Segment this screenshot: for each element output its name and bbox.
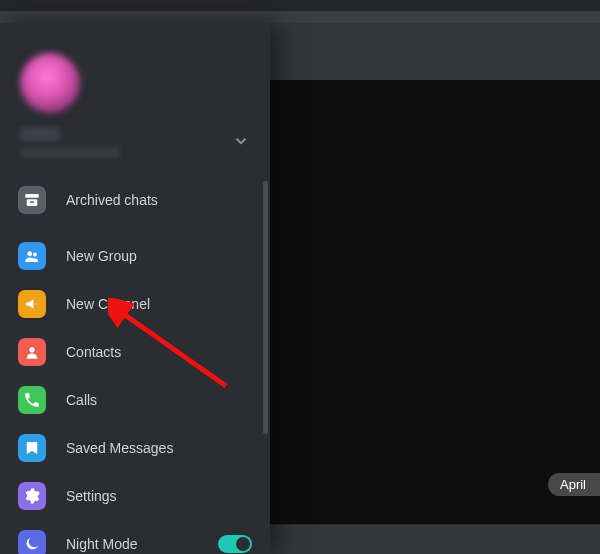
night-mode-toggle[interactable]	[218, 535, 252, 553]
svg-rect-2	[30, 201, 35, 203]
contact-icon	[18, 338, 46, 366]
menu-item-calls[interactable]: Calls	[0, 376, 270, 424]
svg-rect-0	[25, 194, 39, 198]
drawer-menu-list: Archived chats New Group New Channel	[0, 170, 270, 554]
menu-item-label: Archived chats	[66, 192, 158, 208]
menu-item-new-group[interactable]: New Group	[0, 232, 270, 280]
svg-point-5	[29, 347, 34, 352]
menu-item-new-channel[interactable]: New Channel	[0, 280, 270, 328]
bookmark-icon	[18, 434, 46, 462]
moon-icon	[18, 530, 46, 554]
archive-icon	[18, 186, 46, 214]
profile-name	[20, 127, 60, 141]
svg-point-3	[27, 251, 32, 256]
chevron-down-icon[interactable]	[232, 132, 250, 154]
profile-section[interactable]	[0, 23, 270, 170]
menu-item-saved-messages[interactable]: Saved Messages	[0, 424, 270, 472]
group-icon	[18, 242, 46, 270]
profile-subtitle	[20, 147, 120, 158]
avatar[interactable]	[20, 53, 80, 113]
menu-item-label: Night Mode	[66, 536, 138, 552]
megaphone-icon	[18, 290, 46, 318]
menu-item-label: Settings	[66, 488, 117, 504]
svg-point-4	[33, 253, 37, 257]
menu-item-settings[interactable]: Settings	[0, 472, 270, 520]
phone-icon	[18, 386, 46, 414]
window-titlebar	[0, 0, 600, 11]
drawer-menu: Archived chats New Group New Channel	[0, 23, 270, 554]
menu-item-label: New Group	[66, 248, 137, 264]
menu-item-label: Calls	[66, 392, 97, 408]
menu-item-archived-chats[interactable]: Archived chats	[0, 176, 270, 224]
menu-item-label: New Channel	[66, 296, 150, 312]
menu-item-night-mode[interactable]: Night Mode	[0, 520, 270, 554]
menu-item-label: Contacts	[66, 344, 121, 360]
chat-date-badge: April	[548, 473, 600, 496]
gear-icon	[18, 482, 46, 510]
main-area: April Write a message...	[0, 23, 600, 554]
app-topbar	[0, 11, 600, 23]
menu-item-contacts[interactable]: Contacts	[0, 328, 270, 376]
drawer-scrollbar[interactable]	[263, 181, 268, 434]
menu-item-label: Saved Messages	[66, 440, 173, 456]
